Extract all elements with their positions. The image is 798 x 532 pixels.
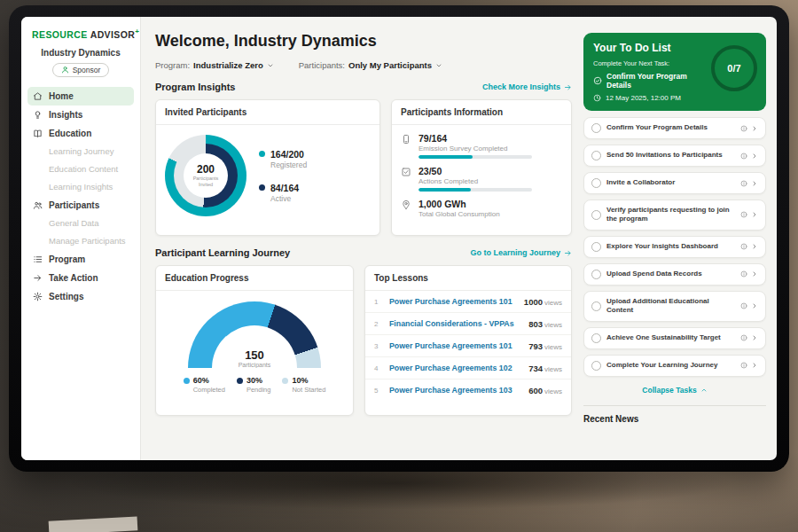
lesson-link[interactable]: Financial Considerations - VPPAs [389,319,521,328]
sidebar-item-learning-journey[interactable]: Learning Journey [21,143,140,160]
info-icon[interactable] [740,362,747,369]
info-value: 1,000 GWh [419,199,500,209]
chevron-right-icon[interactable] [751,153,758,160]
go-to-learning-journey-link[interactable]: Go to Learning Journey [470,248,572,257]
sponsor-badge[interactable]: Sponsor [52,63,110,77]
program-filter[interactable]: Program: Industrialize Zero [155,60,274,70]
learning-journey-header: Participant Learning Journey Go to Learn… [155,247,572,258]
org-name: Industry Dynamics [21,48,140,58]
task-checkbox[interactable] [591,178,601,188]
info-icon[interactable] [740,153,747,160]
task-row-upload-educational-content[interactable]: Upload Additional Educational Content [583,291,766,322]
task-row-explore-insights[interactable]: Explore Your Insights Dashboard [583,236,766,258]
program-filter-label: Program: [155,60,190,70]
brand-secondary: ADVISOR [90,29,136,40]
task-checkbox[interactable] [591,301,601,311]
donut-center: 200 Participants Invited [184,153,228,198]
task-label: Complete Your Learning Journey [606,361,735,370]
legend-label: Registered [270,160,307,169]
progress-fill [419,155,473,159]
info-value: 23/50 [419,166,532,176]
task-row-invite-collaborator[interactable]: Invite a Collaborator [583,172,766,194]
info-icon[interactable] [740,270,747,278]
sidebar-item-education[interactable]: Education [21,124,140,143]
sidebar-item-insights[interactable]: Insights [21,106,140,124]
task-checkbox[interactable] [591,210,601,220]
legend-dot-registered [259,151,265,157]
chevron-right-icon[interactable] [751,270,758,278]
chevron-right-icon[interactable] [751,180,758,187]
sidebar-item-label: Participants [49,200,99,210]
info-icon[interactable] [740,125,747,132]
arrow-action-icon [33,273,43,283]
gauge-center-label: Participants [188,362,321,368]
card-title: Education Progress [156,266,353,291]
task-row-send-invitations[interactable]: Send 50 Invitations to Participants [583,145,766,167]
task-row-upload-spend-data[interactable]: Upload Spend Data Records [583,263,766,286]
info-icon[interactable] [740,180,747,187]
collapse-tasks-link[interactable]: Collapse Tasks [583,383,766,399]
lesson-link[interactable]: Power Purchase Agreements 101 [389,341,521,350]
task-row-confirm-program[interactable]: Confirm Your Program Details [583,117,766,139]
info-row-emission-survey: 79/164 Emission Survey Completed [401,133,562,159]
sidebar-item-settings[interactable]: Settings [21,287,140,306]
info-icon[interactable] [740,302,747,309]
info-icon[interactable] [740,243,747,250]
sponsor-icon [61,66,69,74]
arrow-right-icon [564,83,572,91]
todo-next-task[interactable]: Confirm Your Program Details [593,72,713,90]
sidebar-item-take-action[interactable]: Take Action [21,269,140,287]
check-circle-icon [593,76,602,85]
chevron-right-icon[interactable] [751,362,758,369]
lesson-link[interactable]: Power Purchase Agreements 102 [389,364,521,372]
lesson-link[interactable]: Power Purchase Agreements 103 [389,386,521,395]
list-icon [33,254,43,264]
donut-legend: 164/200 Registered 84/164 Active [259,149,307,203]
info-icon[interactable] [740,334,747,341]
todo-next-time: 12 May 2025, 12:00 PM [593,94,756,102]
chevron-right-icon[interactable] [751,302,758,309]
chevron-right-icon[interactable] [751,125,758,132]
chevron-right-icon[interactable] [751,334,758,341]
sidebar-item-participants[interactable]: Participants [21,196,140,215]
survey-device-icon [401,134,411,145]
filters-row: Program: Industrialize Zero Participants… [155,60,572,70]
brand-logo: RESOURCE ADVISOR+ [21,26,140,40]
sidebar-item-label: Settings [49,292,83,301]
sidebar-item-learning-insights[interactable]: Learning Insights [21,178,140,196]
task-checkbox[interactable] [591,151,601,160]
task-list: Confirm Your Program Details Send 50 Inv… [583,117,766,377]
sidebar-item-home[interactable]: Home [27,87,134,106]
task-row-complete-learning-journey[interactable]: Complete Your Learning Journey [583,355,766,377]
chevron-down-icon [267,62,274,69]
task-checkbox[interactable] [591,333,601,343]
task-checkbox[interactable] [591,123,601,133]
lightbulb-icon [33,110,43,120]
sidebar-item-program[interactable]: Program [21,250,140,269]
check-more-insights-link[interactable]: Check More Insights [482,82,572,91]
chevron-down-icon [435,62,442,69]
chevron-right-icon[interactable] [751,243,758,250]
book-icon [33,129,43,138]
lesson-link[interactable]: Power Purchase Agreements 101 [389,297,517,306]
sidebar-item-education-content[interactable]: Education Content [21,160,140,178]
task-checkbox[interactable] [591,361,601,371]
lesson-row: 3 Power Purchase Agreements 101 793views [365,335,571,357]
sidebar-item-general-data[interactable]: General Data [21,215,140,232]
info-icon[interactable] [740,211,747,218]
task-checkbox[interactable] [591,270,601,279]
section-title-program-insights: Program Insights [155,82,235,92]
participants-filter[interactable]: Participants: Only My Participants [299,60,442,70]
todo-next-task-label: Confirm Your Program Details [606,72,713,90]
task-checkbox[interactable] [591,242,601,252]
task-row-achieve-target[interactable]: Achieve One Sustainability Target [583,327,766,349]
legend-pct: 60% [193,376,225,385]
task-row-verify-participants[interactable]: Verify participants requesting to join t… [583,200,766,231]
lesson-views-label: views [544,299,562,307]
gear-icon [33,292,43,301]
invited-participants-card: Invited Participants 200 Participants In… [155,99,380,236]
lesson-rank: 2 [374,320,382,328]
legend-item-completed: 60% Completed [184,376,225,394]
chevron-right-icon[interactable] [751,211,758,218]
sidebar-item-manage-participants[interactable]: Manage Participants [21,232,140,250]
